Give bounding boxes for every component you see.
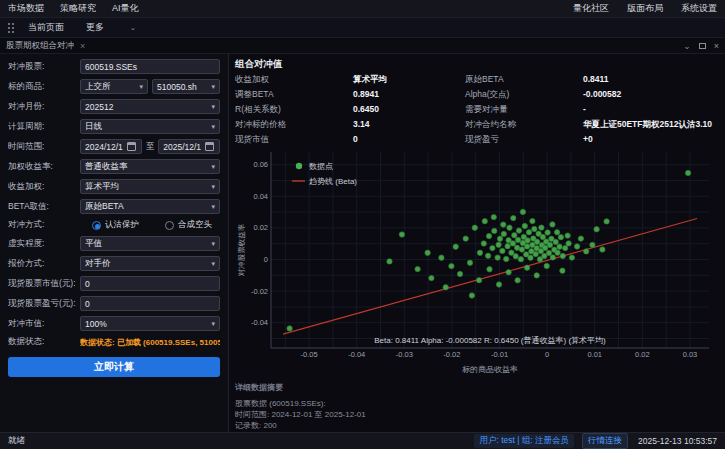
chevron-down-icon: ▾	[211, 163, 215, 171]
quote-mode-label: 报价方式:	[8, 258, 80, 270]
summary-value: -0.000582	[583, 89, 719, 101]
svg-text:Beta: 0.8411 Alpha: -0.0005: Beta: 0.8411 Alpha: -0.000582 R: 0.6450 …	[374, 335, 606, 345]
chevron-down-icon: ⌄	[130, 24, 136, 32]
date-range-to-word: 至	[146, 141, 155, 153]
radio-icon	[165, 221, 174, 230]
spot-pnl-label: 现货股票盈亏(元):	[8, 298, 80, 310]
menu-market-data[interactable]: 市场数据	[8, 2, 44, 15]
return-weight-select[interactable]: 算术平均▾	[80, 179, 220, 194]
svg-text:0.03: 0.03	[683, 350, 698, 359]
calendar-icon[interactable]	[127, 142, 136, 151]
svg-text:0.02: 0.02	[635, 350, 650, 359]
summary-value: -	[583, 104, 719, 116]
status-clock: 2025-12-13 10:53:57	[638, 436, 717, 446]
return-weight-label: 收益加权:	[8, 181, 80, 193]
tab-label: 股票期权组合对冲	[6, 40, 74, 52]
summary-label: Alpha(交点)	[465, 89, 583, 101]
chevron-down-icon: ▾	[211, 183, 215, 191]
svg-text:0.06: 0.06	[253, 160, 268, 169]
hedge-config-panel: 对冲股票: 600519.SSEs 标的商品: 上交所▾ 510050.sh▾ …	[0, 54, 229, 432]
tab-close-icon[interactable]: ×	[80, 41, 85, 51]
panel-window-controls: ⌄ ×	[683, 41, 719, 51]
grid-menu-icon[interactable]	[8, 23, 18, 33]
menu-system-settings[interactable]: 系统设置	[681, 2, 717, 15]
spot-value-input[interactable]: 0	[80, 276, 220, 291]
moneyness-select[interactable]: 平值▾	[80, 236, 220, 251]
panel-close-icon[interactable]: ×	[714, 41, 719, 51]
menu-strategy-research[interactable]: 策略研究	[60, 2, 96, 15]
beta-source-select[interactable]: 原始BETA▾	[80, 199, 220, 214]
hedge-stock-label: 对冲股票:	[8, 61, 80, 73]
hedge-month-label: 对冲月份:	[8, 101, 80, 113]
menu-ai-quant[interactable]: AI量化	[112, 2, 139, 15]
exchange-select[interactable]: 上交所▾	[80, 79, 148, 94]
result-panel-title: 组合对冲值	[235, 58, 719, 71]
svg-text:趋势线 (Beta): 趋势线 (Beta)	[309, 177, 357, 186]
calc-period-select[interactable]: 日线▾	[80, 119, 220, 134]
spot-pnl-input[interactable]: 0	[80, 296, 220, 311]
toolbar: 当前页面 更多 ⌄	[0, 18, 725, 38]
status-bar: 就绪 用户: test | 组: 注册会员 行情连接 2025-12-13 10…	[0, 432, 725, 449]
svg-text:数据点: 数据点	[309, 162, 333, 171]
hedge-summary-grid: 收益加权 算术平均 原始BETA 0.8411 调整BETA 0.8941 Al…	[235, 74, 719, 146]
tab-option-hedge[interactable]: 股票期权组合对冲 ×	[6, 40, 85, 52]
toolbar-more[interactable]: 更多	[86, 21, 104, 34]
svg-text:0: 0	[545, 350, 549, 359]
summary-label: R(相关系数)	[235, 104, 353, 116]
svg-text:-0.02: -0.02	[443, 350, 460, 359]
spot-value-label: 现货股票市值(元):	[8, 278, 80, 290]
calculate-button[interactable]: 立即计算	[8, 357, 220, 377]
panel-popout-icon[interactable]	[699, 43, 706, 49]
status-market-connection[interactable]: 行情连接	[582, 433, 628, 449]
regression-details: 详细数据摘要 股票数据 (600519.SSEs): 时间范围: 2024-12…	[235, 382, 719, 432]
underlying-code-select[interactable]: 510050.sh▾	[152, 79, 220, 94]
chevron-down-icon: ▾	[211, 203, 215, 211]
svg-text:0.02: 0.02	[253, 223, 268, 232]
hedge-stock-input[interactable]: 600519.SSEs	[80, 59, 220, 74]
details-line: 股票数据 (600519.SSEs):	[235, 398, 719, 409]
summary-value: 3.14	[353, 119, 465, 131]
radio-synthetic-short[interactable]: 合成空头	[165, 219, 212, 231]
svg-text:0.01: 0.01	[587, 350, 602, 359]
chevron-down-icon: ▾	[211, 240, 215, 248]
calc-period-label: 计算周期:	[8, 121, 80, 133]
date-from-input[interactable]: 2024/12/1	[80, 139, 142, 154]
calendar-icon[interactable]	[205, 142, 214, 151]
summary-label: 需要对冲量	[465, 104, 583, 116]
menu-bar: 市场数据 策略研究 AI量化 量化社区 版面布局 系统设置	[0, 0, 725, 18]
svg-text:-0.04: -0.04	[251, 318, 268, 327]
details-line: 收益率计算: 普通收益率	[235, 431, 719, 432]
toolbar-current-page[interactable]: 当前页面	[28, 21, 64, 34]
menu-quant-community[interactable]: 量化社区	[573, 2, 609, 15]
summary-value: 算术平均	[353, 74, 465, 86]
summary-label: 调整BETA	[235, 89, 353, 101]
quote-mode-select[interactable]: 对手价▾	[80, 256, 220, 271]
status-user[interactable]: 用户: test | 组: 注册会员	[474, 434, 574, 448]
svg-text:-0.01: -0.01	[491, 350, 508, 359]
main-content: 对冲股票: 600519.SSEs 标的商品: 上交所▾ 510050.sh▾ …	[0, 54, 725, 432]
hedge-mode-radio-group: 认沽保护 合成空头	[80, 219, 220, 231]
summary-label: 对冲合约名称	[465, 119, 583, 131]
hedge-ratio-select[interactable]: 100%▾	[80, 316, 220, 331]
return-type-label: 加权收益率:	[8, 161, 80, 173]
time-range-label: 时间范围:	[8, 141, 80, 153]
panel-collapse-icon[interactable]: ⌄	[683, 41, 691, 51]
svg-text:-0.04: -0.04	[348, 350, 365, 359]
chevron-down-icon: ▾	[211, 83, 215, 91]
hedge-month-select[interactable]: 202512▾	[80, 99, 220, 114]
moneyness-label: 虚实程度:	[8, 238, 80, 250]
radio-put-protection[interactable]: 认沽保护	[92, 219, 139, 231]
chevron-down-icon: ▾	[139, 83, 143, 91]
data-status-label: 数据状态:	[8, 336, 80, 348]
status-ready: 就绪	[8, 435, 25, 447]
summary-value-contract: 华夏上证50ETF期权2512认沽3.10	[583, 119, 719, 131]
summary-label: 收益加权	[235, 74, 353, 86]
hedge-result-panel: 组合对冲值 收益加权 算术平均 原始BETA 0.8411 调整BETA 0.8…	[229, 54, 725, 432]
menu-layout[interactable]: 版面布局	[627, 2, 663, 15]
summary-value: 0	[353, 134, 465, 146]
details-line: 记录数: 200	[235, 420, 719, 431]
summary-label: 对冲标的价格	[235, 119, 353, 131]
return-type-select[interactable]: 普通收益率▾	[80, 159, 220, 174]
date-to-input[interactable]: 2025/12/1	[158, 139, 220, 154]
svg-text:-0.02: -0.02	[251, 287, 268, 296]
